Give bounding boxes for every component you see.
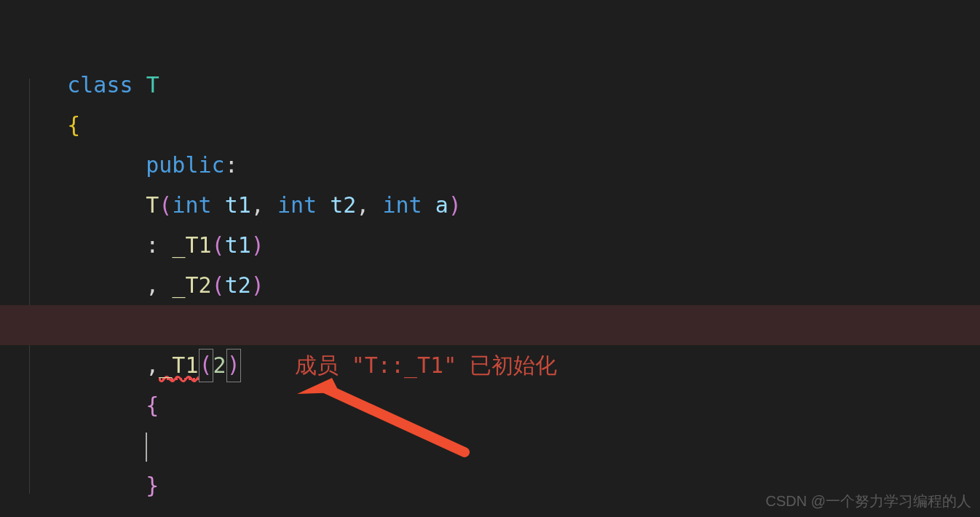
code-line: : _T1(t1) — [15, 185, 980, 225]
code-line: , _a(a) — [15, 265, 980, 305]
code-line: public: — [15, 105, 980, 145]
inline-error-message: 成员 "T::_T1" 已初始化 — [295, 352, 558, 378]
code-line: } — [15, 425, 980, 465]
code-editor[interactable]: class T { public: T(int t1, int t2, int … — [0, 0, 980, 517]
code-line: T(int t1, int t2, int a) — [15, 145, 980, 185]
watermark-text: CSDN @一个努力学习编程的人 — [765, 492, 971, 511]
code-line: { — [15, 65, 980, 105]
error-token: _T1 — [159, 352, 198, 380]
code-line — [15, 385, 980, 425]
code-line: , _T2(t2) — [15, 225, 980, 265]
code-line-error: ,_T1(2)成员 "T::_T1" 已初始化 — [0, 305, 980, 345]
code-line: class T — [15, 25, 980, 65]
